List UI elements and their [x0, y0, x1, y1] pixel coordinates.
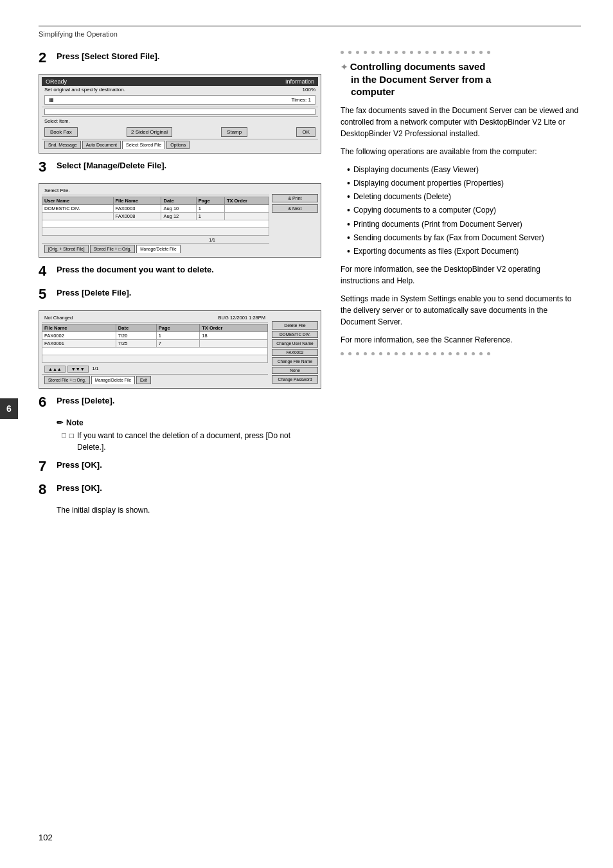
page: Simplifying the Operation 2 Press [Selec…	[0, 0, 613, 868]
step-7-label: Press [OK].	[57, 459, 102, 471]
ui-2-col-filename: File Name	[113, 197, 161, 205]
dot	[341, 51, 344, 54]
dot	[364, 352, 367, 355]
step-2: 2 Press [Select Stored File].	[39, 51, 321, 65]
ui-3-col-txorder: TX Order	[200, 324, 268, 332]
ui-1-counter: 100%	[303, 87, 315, 93]
ui-3-row1-page: 1	[156, 332, 199, 340]
list-item: Sending documents by fax (Fax from Docum…	[347, 232, 581, 244]
ui-3-row2-date: 7/25	[116, 340, 156, 348]
list-item: Copying documents to a computer (Copy)	[347, 204, 581, 216]
step-2-num: 2	[39, 51, 53, 65]
dot	[449, 51, 452, 54]
ui-2-btn-next[interactable]: & Next	[272, 204, 318, 213]
dot	[441, 51, 444, 54]
dot	[425, 352, 429, 355]
step-3: 3 Select [Manage/Delete File].	[39, 160, 321, 174]
left-column: 2 Press [Select Stored File]. OReady Inf…	[39, 51, 321, 515]
ui-1-btn-stamp[interactable]: Stamp	[221, 127, 247, 137]
ui-1-tab-auto[interactable]: Auto Document	[82, 141, 121, 149]
ui-3-col-filename: File Name	[42, 324, 116, 332]
dot	[472, 352, 475, 355]
ui-1-btn-2sided[interactable]: 2 Sided Original	[127, 127, 172, 137]
right-para5: For more information, see the Scanner Re…	[341, 334, 581, 346]
dot	[456, 51, 459, 54]
dot	[395, 352, 398, 355]
ui-1-tab-snd[interactable]: Snd. Message	[44, 141, 81, 149]
ui-screenshot-2: Select File. User Name File Name Date Pa…	[39, 183, 321, 258]
note-body: □ If you want to cancel the deletion of …	[57, 430, 321, 453]
ui-3-btn-change-user[interactable]: Change User Name	[272, 339, 318, 348]
ui-3-side-buttons: Delete File DOMESTIC DIV. Change User Na…	[272, 321, 318, 384]
table-row: DOMESTIC DIV. FAX0003 Aug 10 1	[42, 205, 269, 213]
ui-2-col-date: Date	[161, 197, 196, 205]
ui-3-nav: ▲▲▲ ▼▼▼ 1/1	[42, 364, 268, 374]
dot	[356, 352, 359, 355]
ui-1-title: OReady	[46, 78, 67, 85]
ui-2-tabs: [Orig. + Stored File] Stored File + □ Or…	[42, 243, 269, 254]
dot	[449, 352, 452, 355]
dot	[487, 352, 490, 355]
title-line3: computer	[341, 86, 395, 97]
ui-1-tab-options[interactable]: Options	[166, 141, 190, 149]
dot	[425, 51, 429, 54]
ui-3-btn-delete-file[interactable]: Delete File	[272, 321, 318, 330]
ui-2-counter: 1/1	[42, 237, 269, 243]
ui-1-input-row: ▦ Times: 1	[42, 93, 318, 107]
ui-2-row1-user: DOMESTIC DIV.	[42, 205, 114, 213]
ui-1-input-icon: ▦	[49, 97, 54, 103]
ui-2-row2-date: Aug 12	[161, 213, 196, 220]
right-para4: Settings made in System Settings enable …	[341, 293, 581, 328]
ui-2-tab-stored-orig[interactable]: Stored File + □ Orig.	[90, 245, 136, 253]
dot	[487, 51, 490, 54]
ui-1-btn-book-fax[interactable]: Book Fax	[44, 127, 78, 137]
dot	[410, 51, 413, 54]
ui-3-row2-tx	[200, 340, 268, 348]
ui-3-col-date: Date	[116, 324, 156, 332]
ui-2-row2-file: FAX0008	[113, 213, 161, 220]
dot	[371, 352, 375, 355]
ui-2-row2-tx	[224, 213, 269, 220]
ui-3-row2-file: FAX0001	[42, 340, 116, 348]
note-box: ✏ Note □ If you want to cancel the delet…	[57, 418, 321, 453]
dot	[402, 352, 405, 355]
ui-1-subtitle-row: Set original and specify destination. 10…	[42, 86, 318, 93]
table-row: FAX0008 Aug 12 1	[42, 213, 269, 220]
ui-3-nav-prev[interactable]: ▲▲▲	[44, 366, 66, 373]
ui-3-row1-tx: 18	[200, 332, 268, 340]
dot	[418, 51, 421, 54]
list-item: Displaying document properties (Properti…	[347, 177, 581, 189]
ui-3-tab-stored[interactable]: Stored File + □ Orig.	[44, 376, 90, 384]
ui-3-btn-change-password[interactable]: Change Password	[272, 375, 318, 384]
right-para3: For more information, see the DesktopBin…	[341, 263, 581, 287]
ui-1-scroll-row	[42, 107, 318, 117]
table-row: FAX0002 7/20 1 18	[42, 332, 268, 340]
step-8-num: 8	[39, 483, 53, 497]
ui-1-btn-ok[interactable]: OK	[296, 127, 315, 137]
ui-3-btn-change-filename[interactable]: Change File Name	[272, 357, 318, 366]
ui-2-col-username: User Name	[42, 197, 114, 205]
ui-2-tab-orig-stored[interactable]: [Orig. + Stored File]	[44, 245, 89, 253]
step-5-label: Press [Delete File].	[57, 287, 131, 299]
ui-3-nav-next[interactable]: ▼▼▼	[67, 366, 89, 373]
dot	[433, 51, 436, 54]
ui-2-tab-manage[interactable]: Manage/Delete File	[136, 245, 180, 253]
ui-2-header: Select File.	[42, 186, 269, 195]
step-8: 8 Press [OK].	[39, 483, 321, 497]
dot	[464, 352, 467, 355]
ui-3-row1-file: FAX0002	[42, 332, 116, 340]
dot	[387, 352, 390, 355]
ui-1-select-label: Select Item.	[42, 117, 318, 125]
ui-2-btn-print[interactable]: & Print	[272, 194, 318, 202]
dot	[456, 352, 459, 355]
dot	[433, 352, 436, 355]
step-7-num: 7	[39, 459, 53, 474]
ui-3-tab-exit[interactable]: Exit	[136, 376, 151, 384]
dots-bottom	[341, 352, 581, 355]
ui-3-tab-manage[interactable]: Manage/Delete File	[91, 376, 135, 384]
ui-2-row2-page: 1	[196, 213, 224, 220]
ui-1-titlebar: OReady Information	[42, 77, 318, 86]
ui-screenshot-1: OReady Information Set original and spec…	[39, 74, 321, 154]
ui-1-tab-select-stored[interactable]: Select Stored File	[122, 141, 165, 149]
ui-1-tabs: Snd. Message Auto Document Select Stored…	[42, 139, 318, 150]
